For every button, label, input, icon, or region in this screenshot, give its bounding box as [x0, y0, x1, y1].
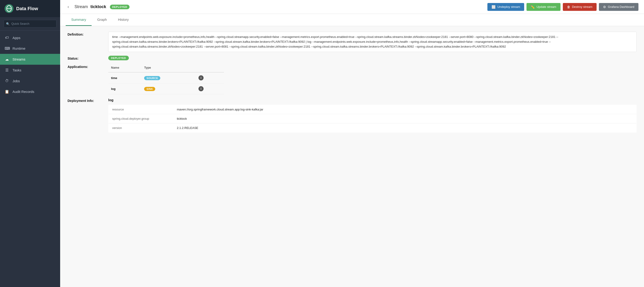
sidebar-item-streams-label: Streams [12, 57, 26, 61]
main-content: ‹ Stream ticktock DEPLOYED ⬜ Undeploy st… [60, 0, 644, 287]
update-stream-button[interactable]: ✏️ Update stream [526, 3, 560, 11]
audit-icon: 📋 [5, 89, 9, 94]
table-row: spring.cloud.deployer.groupticktock [108, 114, 636, 123]
col-header-type: Type [141, 64, 194, 72]
tab-graph[interactable]: Graph [92, 14, 112, 26]
destroy-icon: 🗑 [567, 5, 570, 9]
update-icon: ✏️ [531, 5, 534, 9]
sidebar-logo: Data Flow [0, 0, 60, 17]
tasks-icon: ☰ [5, 68, 9, 72]
deploy-value-cell: ticktock [173, 114, 636, 123]
sidebar-nav: 🏷 Apps ⌨ Runtime ☁ Streams ☰ Tasks ⏱ Job… [0, 30, 60, 287]
sidebar: Data Flow 🔍 🏷 Apps ⌨ Runtime ☁ Streams ☰… [0, 0, 60, 287]
applications-label: Applications: [68, 64, 104, 69]
table-row: timeSOURCEi [108, 72, 224, 83]
app-logo-icon [5, 4, 14, 13]
status-section: Status: DEPLOYED [68, 56, 636, 60]
table-row: version2.1.2.RELEASE [108, 123, 636, 133]
app-title: Data Flow [16, 6, 38, 11]
deployment-app-name: log [108, 98, 636, 102]
type-badge: SOURCE [144, 76, 160, 80]
undeploy-icon: ⬜ [492, 5, 496, 9]
tab-history[interactable]: History [112, 14, 134, 26]
back-button[interactable]: ‹ [66, 3, 71, 10]
deployment-table: resourcemaven://org.springframework.clou… [108, 105, 636, 133]
deployment-info-section: Deployment Info: log resourcemaven://org… [68, 98, 636, 133]
destroy-stream-button[interactable]: 🗑 Destroy stream [563, 3, 596, 11]
header-actions: ⬜ Undeploy stream ✏️ Update stream 🗑 Des… [488, 3, 638, 11]
definition-label: Definition: [68, 32, 104, 36]
sidebar-item-audit-records[interactable]: 📋 Audit Records [0, 86, 60, 97]
info-icon[interactable]: i [198, 86, 204, 91]
info-icon[interactable]: i [198, 75, 204, 80]
deploy-value-cell: 2.1.2.RELEASE [173, 123, 636, 133]
sidebar-item-apps-label: Apps [12, 36, 20, 40]
status-deployed-badge: DEPLOYED [108, 56, 129, 60]
sidebar-item-runtime[interactable]: ⌨ Runtime [0, 43, 60, 54]
definition-value: time --management.endpoints.web.exposure… [108, 32, 636, 52]
deploy-key-cell: spring.cloud.deployer.group [108, 114, 173, 123]
app-name-cell: time [108, 72, 141, 83]
applications-section: Applications: Name Type timeSOURCEilogSI… [68, 64, 636, 94]
sidebar-search-area: 🔍 [0, 17, 60, 30]
sidebar-item-runtime-label: Runtime [12, 46, 26, 50]
stream-prefix-label: Stream ticktock [74, 4, 106, 9]
definition-section: Definition: time --management.endpoints.… [68, 32, 636, 52]
applications-table: Name Type timeSOURCEilogSINKi [108, 64, 224, 94]
page-header: ‹ Stream ticktock DEPLOYED ⬜ Undeploy st… [60, 0, 644, 14]
status-value: DEPLOYED [108, 56, 129, 60]
search-icon: 🔍 [6, 22, 10, 25]
header-deployed-badge: DEPLOYED [110, 5, 130, 9]
deployment-info-wrap: log resourcemaven://org.springframework.… [108, 98, 636, 133]
sidebar-item-streams[interactable]: ☁ Streams [0, 54, 60, 65]
streams-icon: ☁ [5, 57, 9, 61]
runtime-icon: ⌨ [5, 46, 9, 51]
col-header-name: Name [108, 64, 141, 72]
sidebar-item-jobs[interactable]: ⏱ Jobs [0, 76, 60, 86]
sidebar-item-apps[interactable]: 🏷 Apps [0, 32, 60, 43]
app-action-cell: i [194, 83, 224, 94]
search-input[interactable] [4, 20, 56, 27]
undeploy-stream-button[interactable]: ⬜ Undeploy stream [488, 3, 524, 11]
deploy-value-cell: maven://org.springframework.cloud.stream… [173, 105, 636, 114]
apps-icon: 🏷 [5, 35, 9, 40]
type-badge: SINK [144, 87, 155, 91]
deployment-info-label: Deployment Info: [68, 98, 104, 133]
sidebar-item-audit-records-label: Audit Records [12, 90, 34, 94]
summary-content: Definition: time --management.endpoints.… [60, 26, 644, 287]
status-label: Status: [68, 56, 104, 60]
tab-summary[interactable]: Summary [66, 14, 92, 26]
app-type-cell: SOURCE [141, 72, 194, 83]
deploy-key-cell: resource [108, 105, 173, 114]
tab-bar: Summary Graph History [60, 14, 644, 26]
grafana-dashboard-button[interactable]: ⚙ Grafana Dashboard [599, 3, 638, 11]
sidebar-item-jobs-label: Jobs [12, 79, 20, 83]
stream-name-label: ticktock [90, 4, 106, 9]
sidebar-item-tasks[interactable]: ☰ Tasks [0, 65, 60, 76]
applications-table-wrap: Name Type timeSOURCEilogSINKi [108, 64, 224, 94]
app-name-cell: log [108, 83, 141, 94]
grafana-icon: ⚙ [603, 5, 606, 9]
table-row: resourcemaven://org.springframework.clou… [108, 105, 636, 114]
app-action-cell: i [194, 72, 224, 83]
sidebar-item-tasks-label: Tasks [12, 68, 21, 72]
deploy-key-cell: version [108, 123, 173, 133]
jobs-icon: ⏱ [5, 79, 9, 83]
app-type-cell: SINK [141, 83, 194, 94]
col-header-actions [194, 64, 224, 72]
table-row: logSINKi [108, 83, 224, 94]
